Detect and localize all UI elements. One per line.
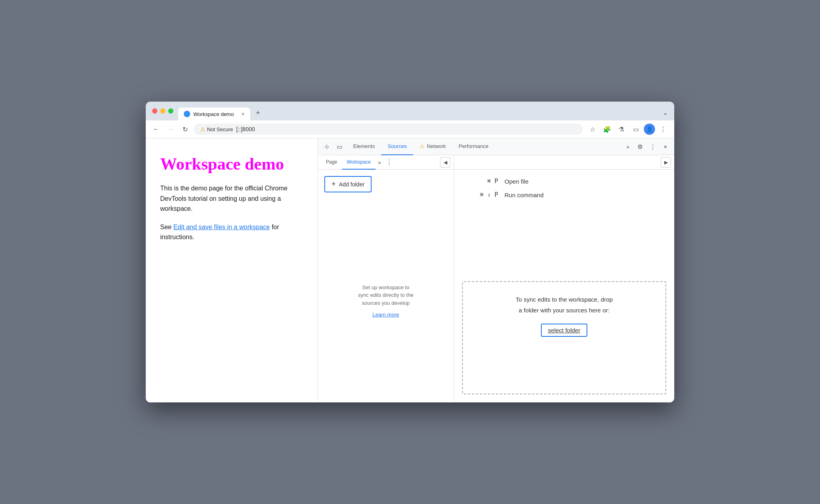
- sources-tabs: Page Workspace » ⋮ ◀: [318, 155, 454, 170]
- page-paragraph2: See Edit and save files in a workspace f…: [160, 222, 303, 242]
- devtools-close-button[interactable]: ×: [660, 141, 671, 152]
- shortcut-run-command-label: Run command: [504, 192, 544, 198]
- devtools-close-icon: ×: [664, 143, 667, 150]
- inspect-element-button[interactable]: ⊹: [321, 141, 332, 152]
- tabs-bar: 🌐 Workspace demo × + ⌄: [178, 106, 668, 120]
- sources-tab-page[interactable]: Page: [321, 155, 342, 170]
- sources-tab-workspace[interactable]: Workspace: [342, 155, 376, 170]
- devtools-toolbar-right: ⚙ ⋮ ×: [634, 141, 671, 152]
- warning-icon: ⚠: [200, 126, 205, 132]
- sidebar-icon: ▭: [633, 126, 639, 133]
- refresh-button[interactable]: ↻: [179, 124, 191, 135]
- add-folder-button[interactable]: + Add folder: [324, 176, 372, 192]
- chrome-menu-button[interactable]: ⋮: [657, 123, 669, 136]
- tab-network[interactable]: ⚠ Network: [413, 138, 452, 155]
- extensions-icon: 🧩: [603, 126, 611, 133]
- close-traffic-light[interactable]: [152, 108, 157, 114]
- extensions-button[interactable]: 🧩: [601, 123, 613, 136]
- address-text: [::]8000: [236, 126, 255, 132]
- webpage-content: Workspace demo This is the demo page for…: [146, 138, 318, 402]
- chrome-menu-icon: ⋮: [660, 126, 666, 133]
- add-folder-label: Add folder: [339, 181, 365, 188]
- devtools-menu-icon: ⋮: [650, 143, 656, 150]
- add-folder-section: + Add folder: [318, 170, 454, 199]
- devtools-menu-button[interactable]: ⋮: [647, 141, 658, 152]
- sources-collapse-button[interactable]: ◀: [440, 157, 450, 168]
- title-bar: 🌐 Workspace demo × + ⌄: [146, 102, 674, 120]
- editor-collapse-button[interactable]: ▶: [661, 157, 671, 168]
- drop-zone-text: To sync edits to the workspace, drop a f…: [475, 294, 653, 316]
- workspace-link[interactable]: Edit and save files in a workspace: [173, 224, 270, 230]
- collapse-right-icon: ▶: [664, 160, 668, 165]
- paragraph2-before: See: [160, 224, 173, 230]
- devtools-settings-button[interactable]: ⚙: [634, 141, 645, 152]
- settings-icon: ⚙: [637, 143, 643, 150]
- shortcut-run-command-keys: ⌘ ⇧ P: [466, 191, 498, 198]
- editor-header: ▶: [454, 155, 674, 170]
- traffic-lights: [152, 108, 173, 118]
- workspace-message: Set up workspace to sync edits directly …: [318, 199, 454, 402]
- page-paragraph1: This is the demo page for the official C…: [160, 183, 303, 214]
- network-warning-icon: ⚠: [420, 143, 424, 149]
- device-toggle-button[interactable]: ▭: [334, 141, 345, 152]
- learn-more-link[interactable]: Learn more: [372, 312, 399, 318]
- maximize-traffic-light[interactable]: [168, 108, 173, 114]
- drop-zone[interactable]: To sync edits to the workspace, drop a f…: [462, 281, 666, 394]
- shortcut-open-file-label: Open file: [504, 178, 529, 185]
- tab-title: Workspace demo: [193, 111, 234, 117]
- collapse-left-icon: ◀: [444, 160, 447, 165]
- sources-editor: ▶ ⌘ P Open file ⌘ ⇧ P Run command: [454, 155, 674, 402]
- nav-icons: ☆ 🧩 ⚗ ▭ 👤 ⋮: [586, 123, 669, 136]
- minimize-traffic-light[interactable]: [160, 108, 165, 114]
- workspace-message-text: Set up workspace to sync edits directly …: [358, 284, 414, 307]
- new-tab-button[interactable]: +: [251, 106, 265, 120]
- tab-performance[interactable]: Performance: [452, 138, 495, 155]
- devtools-panel: ⊹ ▭ Elements Sources ⚠ Network: [318, 138, 674, 402]
- inspect-icon: ⊹: [324, 143, 330, 150]
- back-button[interactable]: ←: [151, 124, 162, 135]
- devtools-more-tabs-button[interactable]: »: [623, 144, 633, 150]
- bookmark-button[interactable]: ☆: [586, 123, 599, 136]
- security-warning: ⚠ Not Secure: [200, 126, 233, 132]
- tab-more-button[interactable]: ⌄: [663, 109, 668, 120]
- sources-menu-button[interactable]: ⋮: [384, 158, 395, 166]
- tab-close-button[interactable]: ×: [241, 111, 245, 117]
- devtools-tabs: Elements Sources ⚠ Network Performance: [347, 138, 621, 155]
- profile-avatar[interactable]: 👤: [644, 124, 655, 135]
- browser-tab-active[interactable]: 🌐 Workspace demo ×: [178, 108, 250, 120]
- tab-favicon: 🌐: [184, 111, 190, 117]
- sidebar-button[interactable]: ▭: [629, 123, 642, 136]
- tab-elements[interactable]: Elements: [347, 138, 381, 155]
- tab-sources[interactable]: Sources: [381, 138, 413, 155]
- shortcut-open-file-keys: ⌘ P: [466, 178, 498, 185]
- security-label: Not Secure: [207, 126, 233, 132]
- sources-sidebar: Page Workspace » ⋮ ◀ +: [318, 155, 454, 402]
- profile-icon: 👤: [646, 126, 653, 132]
- forward-button[interactable]: →: [165, 124, 176, 135]
- navigation-bar: ← → ↻ ⚠ Not Secure [::]8000 ☆ 🧩 ⚗: [146, 120, 674, 138]
- browser-window: 🌐 Workspace demo × + ⌄ ← → ↻ ⚠ Not Secur…: [146, 102, 674, 402]
- bookmark-icon: ☆: [590, 126, 595, 133]
- page-title: Workspace demo: [160, 154, 303, 174]
- sources-more-tabs-button[interactable]: »: [376, 159, 384, 166]
- address-bar[interactable]: ⚠ Not Secure [::]8000: [194, 124, 583, 135]
- select-folder-button[interactable]: select folder: [541, 324, 588, 337]
- shortcut-run-command: ⌘ ⇧ P Run command: [466, 191, 662, 198]
- sources-panel: Page Workspace » ⋮ ◀ +: [318, 155, 674, 402]
- editor-content: ⌘ P Open file ⌘ ⇧ P Run command: [454, 170, 674, 273]
- shortcut-open-file: ⌘ P Open file: [466, 178, 662, 185]
- main-area: Workspace demo This is the demo page for…: [146, 138, 674, 402]
- devtools-icon: ⚗: [619, 126, 624, 133]
- device-icon: ▭: [337, 143, 342, 150]
- devtools-toolbar: ⊹ ▭ Elements Sources ⚠ Network: [318, 138, 674, 155]
- devtools-icon-button[interactable]: ⚗: [615, 123, 628, 136]
- add-icon: +: [332, 180, 336, 188]
